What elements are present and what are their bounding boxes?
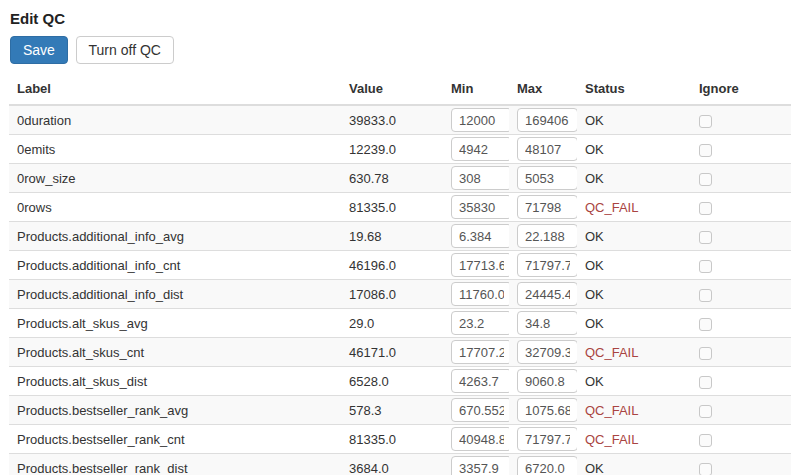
row-status-cell: OK: [577, 251, 691, 280]
min-input[interactable]: [451, 427, 509, 451]
min-input[interactable]: [451, 195, 509, 219]
row-ignore-cell: [691, 105, 791, 135]
page-title: Edit QC: [10, 10, 791, 27]
ignore-checkbox[interactable]: [699, 144, 712, 157]
row-max-cell: [509, 338, 577, 367]
status-text: QC_FAIL: [585, 432, 638, 447]
row-status-cell: OK: [577, 135, 691, 164]
ignore-checkbox[interactable]: [699, 347, 712, 360]
ignore-checkbox[interactable]: [699, 405, 712, 418]
min-input[interactable]: [451, 253, 509, 277]
row-label-cell: 0emits: [9, 135, 341, 164]
min-input[interactable]: [451, 137, 509, 161]
max-input[interactable]: [517, 137, 577, 161]
row-value-cell: 3684.0: [341, 454, 443, 475]
status-text: OK: [585, 258, 604, 273]
col-header-value: Value: [341, 77, 443, 105]
row-ignore-cell: [691, 193, 791, 222]
max-input[interactable]: [517, 398, 577, 422]
status-text: OK: [585, 229, 604, 244]
row-status-cell: OK: [577, 164, 691, 193]
max-input[interactable]: [517, 108, 577, 132]
row-value-cell: 578.3: [341, 396, 443, 425]
max-input[interactable]: [517, 224, 577, 248]
table-row: Products.alt_skus_cnt46171.0QC_FAIL: [9, 338, 791, 367]
row-ignore-cell: [691, 309, 791, 338]
row-ignore-cell: [691, 280, 791, 309]
status-text: QC_FAIL: [585, 200, 638, 215]
max-input[interactable]: [517, 456, 577, 475]
row-min-cell: [443, 367, 509, 396]
min-input[interactable]: [451, 108, 509, 132]
ignore-checkbox[interactable]: [699, 318, 712, 331]
ignore-checkbox[interactable]: [699, 260, 712, 273]
row-min-cell: [443, 309, 509, 338]
row-ignore-cell: [691, 338, 791, 367]
ignore-checkbox[interactable]: [699, 463, 712, 475]
row-label-cell: Products.alt_skus_dist: [9, 367, 341, 396]
ignore-checkbox[interactable]: [699, 434, 712, 447]
row-label-cell: Products.bestseller_rank_cnt: [9, 425, 341, 454]
status-text: QC_FAIL: [585, 345, 638, 360]
max-input[interactable]: [517, 369, 577, 393]
max-input[interactable]: [517, 311, 577, 335]
save-button[interactable]: Save: [10, 36, 68, 64]
row-min-cell: [443, 454, 509, 475]
toolbar: Save Turn off QC: [10, 36, 791, 64]
table-row: Products.bestseller_rank_cnt81335.0QC_FA…: [9, 425, 791, 454]
row-value-cell: 39833.0: [341, 105, 443, 135]
row-status-cell: QC_FAIL: [577, 193, 691, 222]
min-input[interactable]: [451, 369, 509, 393]
row-label-cell: Products.bestseller_rank_dist: [9, 454, 341, 475]
min-input[interactable]: [451, 340, 509, 364]
row-status-cell: OK: [577, 367, 691, 396]
max-input[interactable]: [517, 427, 577, 451]
max-input[interactable]: [517, 195, 577, 219]
ignore-checkbox[interactable]: [699, 115, 712, 128]
row-label-cell: 0row_size: [9, 164, 341, 193]
row-value-cell: 46196.0: [341, 251, 443, 280]
row-ignore-cell: [691, 164, 791, 193]
max-input[interactable]: [517, 166, 577, 190]
col-header-label: Label: [9, 77, 341, 105]
row-value-cell: 81335.0: [341, 425, 443, 454]
row-min-cell: [443, 222, 509, 251]
max-input[interactable]: [517, 253, 577, 277]
col-header-max: Max: [509, 77, 577, 105]
ignore-checkbox[interactable]: [699, 289, 712, 302]
min-input[interactable]: [451, 398, 509, 422]
min-input[interactable]: [451, 282, 509, 306]
row-max-cell: [509, 396, 577, 425]
row-status-cell: OK: [577, 105, 691, 135]
table-row: Products.bestseller_rank_dist3684.0OK: [9, 454, 791, 475]
table-row: Products.additional_info_cnt46196.0OK: [9, 251, 791, 280]
status-text: OK: [585, 374, 604, 389]
min-input[interactable]: [451, 311, 509, 335]
ignore-checkbox[interactable]: [699, 231, 712, 244]
ignore-checkbox[interactable]: [699, 202, 712, 215]
row-min-cell: [443, 280, 509, 309]
col-header-ignore: Ignore: [691, 77, 791, 105]
row-max-cell: [509, 309, 577, 338]
row-min-cell: [443, 164, 509, 193]
max-input[interactable]: [517, 340, 577, 364]
row-ignore-cell: [691, 135, 791, 164]
table-row: Products.alt_skus_dist6528.0OK: [9, 367, 791, 396]
row-min-cell: [443, 338, 509, 367]
max-input[interactable]: [517, 282, 577, 306]
table-row: 0row_size630.78OK: [9, 164, 791, 193]
ignore-checkbox[interactable]: [699, 173, 712, 186]
min-input[interactable]: [451, 456, 509, 475]
status-text: OK: [585, 142, 604, 157]
table-row: Products.alt_skus_avg29.0OK: [9, 309, 791, 338]
turn-off-qc-button[interactable]: Turn off QC: [76, 36, 174, 64]
ignore-checkbox[interactable]: [699, 376, 712, 389]
min-input[interactable]: [451, 166, 509, 190]
min-input[interactable]: [451, 224, 509, 248]
table-row: 0rows81335.0QC_FAIL: [9, 193, 791, 222]
row-value-cell: 46171.0: [341, 338, 443, 367]
table-row: 0emits12239.0OK: [9, 135, 791, 164]
row-label-cell: Products.bestseller_rank_avg: [9, 396, 341, 425]
row-status-cell: OK: [577, 309, 691, 338]
row-ignore-cell: [691, 454, 791, 475]
